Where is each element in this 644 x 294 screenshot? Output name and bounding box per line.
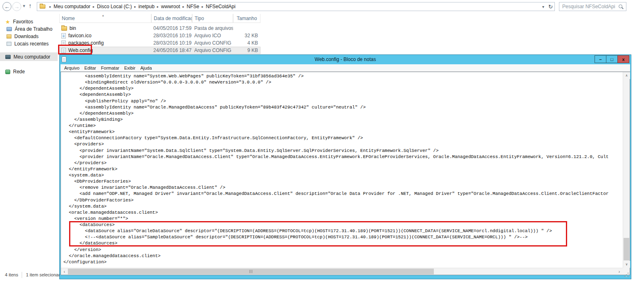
- notepad-titlebar[interactable]: Web.config - Bloco de notas – □ x: [60, 55, 631, 64]
- column-header-name[interactable]: Nome: [59, 14, 151, 23]
- column-header-type[interactable]: Tipo: [192, 14, 233, 23]
- vertical-scrollbar-thumb[interactable]: [624, 238, 629, 260]
- breadcrumb-item[interactable]: inetpub: [138, 4, 154, 9]
- maximize-button[interactable]: □: [606, 55, 618, 63]
- history-dropdown-button[interactable]: ▾: [23, 3, 25, 9]
- file-row[interactable]: favicon.ico28/03/2016 10:19Arquivo ICO32…: [59, 32, 260, 39]
- file-row[interactable]: bin04/05/2016 17:59Pasta de arquivos: [59, 25, 260, 32]
- sidebar-item-label: Área de Trabalho: [15, 26, 52, 32]
- file-modified: 28/03/2016 10:19: [151, 33, 192, 38]
- folder-icon: [61, 26, 67, 31]
- explorer-sidebar: ★ Favoritos Área de TrabalhoDownloadsLoc…: [0, 16, 58, 97]
- scrollbar-grip-icon: [249, 270, 252, 273]
- breadcrumb-separator-icon: ▸: [134, 5, 136, 9]
- webconfig-annotation-box: [58, 45, 92, 54]
- sidebar-item-label: Downloads: [14, 34, 38, 39]
- breadcrumb-separator-icon: ▸: [49, 5, 51, 9]
- minimize-button[interactable]: –: [595, 55, 606, 63]
- scroll-up-icon[interactable]: ∧: [623, 72, 630, 79]
- address-bar[interactable]: ▸Meu computador▸Disco Local (C:)▸inetpub…: [37, 2, 555, 11]
- menu-item-ajuda[interactable]: Ajuda: [138, 66, 154, 70]
- scroll-right-icon[interactable]: ›: [616, 268, 623, 275]
- breadcrumb-item[interactable]: NFSe: [187, 4, 200, 9]
- back-icon: ←: [4, 4, 10, 10]
- menu-item-exibir[interactable]: Exibir: [122, 66, 138, 70]
- sidebar-item-computer[interactable]: Meu computador: [0, 52, 58, 61]
- window-title: Web.config - Bloco de notas: [60, 55, 631, 64]
- search-box: [559, 2, 626, 11]
- menu-item-formatar[interactable]: Formatar: [99, 66, 122, 70]
- notepad-client-area: <assemblyIdentity name="System.Web.WebPa…: [61, 72, 630, 275]
- breadcrumb-item[interactable]: NFSeColdApi: [206, 4, 236, 9]
- search-input[interactable]: [559, 4, 618, 9]
- breadcrumb-separator-icon: ▸: [157, 5, 159, 9]
- forward-button[interactable]: →: [12, 2, 21, 11]
- horizontal-scrollbar[interactable]: ‹ ›: [61, 268, 623, 275]
- breadcrumb-item[interactable]: Disco Local (C:): [97, 4, 132, 9]
- file-name-cell: bin: [59, 25, 151, 31]
- close-button[interactable]: x: [617, 55, 629, 63]
- file-name-cell: favicon.ico: [59, 33, 151, 38]
- sidebar-item-network[interactable]: Rede: [0, 68, 58, 75]
- menu-item-arquivo[interactable]: Arquivo: [62, 66, 82, 70]
- sidebar-item-label: Locais recentes: [14, 41, 49, 47]
- network-icon: [5, 70, 10, 74]
- downloads-icon: [7, 34, 11, 38]
- sidebar-item-desktop[interactable]: Área de Trabalho: [7, 25, 58, 33]
- file-name: bin: [70, 25, 76, 31]
- file-size: 4 KB: [233, 40, 260, 46]
- vertical-scrollbar[interactable]: ∧ ∨: [623, 72, 630, 268]
- back-button[interactable]: ←: [2, 2, 11, 11]
- breadcrumb: ▸Meu computador▸Disco Local (C:)▸inetpub…: [47, 4, 542, 9]
- file-modified: 04/05/2016 17:59: [151, 25, 192, 31]
- explorer-toolbar: ← → ▾ ↑ ▸Meu computador▸Disco Local (C:)…: [0, 0, 644, 14]
- address-chevron-icon[interactable]: ▾: [542, 5, 544, 9]
- screen: ← → ▾ ↑ ▸Meu computador▸Disco Local (C:)…: [0, 0, 644, 294]
- file-modified: 28/03/2016 10:19: [151, 40, 192, 46]
- resize-grip-icon: [628, 273, 628, 274]
- resize-grip[interactable]: [623, 268, 630, 275]
- breadcrumb-item[interactable]: wwwroot: [161, 4, 180, 9]
- search-icon[interactable]: [618, 4, 624, 9]
- file-list-header: Nome Data de modificaç... Tipo Tamanho ▴: [59, 14, 260, 23]
- column-header-modified[interactable]: Data de modificaç...: [151, 14, 192, 23]
- horizontal-scrollbar-thumb[interactable]: [68, 269, 434, 274]
- sidebar-item-recent-places[interactable]: Locais recentes: [7, 40, 58, 47]
- file-modified: 24/05/2016 18:47: [151, 47, 192, 53]
- folder-icon: [40, 5, 45, 9]
- file-size: 9 KB: [233, 47, 260, 53]
- desktop-icon: [7, 27, 12, 31]
- scroll-down-icon[interactable]: ∨: [623, 261, 630, 268]
- selected-count: 1 item selecionado: [26, 272, 63, 277]
- file-type: Arquivo CONFIG: [192, 40, 233, 46]
- forward-icon: →: [14, 4, 20, 10]
- up-button[interactable]: ↑: [29, 2, 32, 9]
- notepad-window: Web.config - Bloco de notas – □ x Arquiv…: [59, 54, 631, 279]
- breadcrumb-separator-icon: ▸: [202, 5, 203, 9]
- window-controls: – □ x: [595, 55, 629, 63]
- sidebar-item-label: Meu computador: [13, 54, 50, 60]
- file-type: Arquivo ICO: [192, 33, 233, 38]
- breadcrumb-item[interactable]: Meu computador: [54, 4, 90, 9]
- datasources-annotation-box: [69, 221, 567, 247]
- sidebar-item-favorites[interactable]: ★ Favoritos: [0, 18, 58, 25]
- status-separator: [22, 272, 22, 278]
- items-count: 4 itens: [5, 272, 18, 277]
- breadcrumb-separator-icon: ▸: [93, 5, 94, 9]
- file-type: Pasta de arquivos: [192, 25, 233, 31]
- sidebar-item-downloads[interactable]: Downloads: [7, 33, 58, 40]
- refresh-button[interactable]: ↻: [548, 4, 553, 10]
- file-type: Arquivo CONFIG: [192, 47, 233, 53]
- star-icon: ★: [5, 19, 10, 25]
- notepad-text-area[interactable]: <assemblyIdentity name="System.Web.WebPa…: [61, 72, 623, 268]
- sort-ascending-icon: ▴: [102, 14, 104, 17]
- sidebar-item-label: Favoritos: [13, 19, 33, 25]
- favorites-children: Área de TrabalhoDownloadsLocais recentes: [7, 25, 58, 47]
- column-header-size[interactable]: Tamanho: [233, 14, 260, 23]
- ico-icon: [61, 33, 66, 38]
- breadcrumb-separator-icon: ▸: [183, 5, 184, 9]
- notepad-menubar: ArquivoEditarFormatarExibirAjuda: [61, 64, 630, 72]
- scroll-left-icon[interactable]: ‹: [61, 268, 68, 275]
- menu-item-editar[interactable]: Editar: [82, 66, 99, 70]
- recent-icon: [7, 42, 11, 46]
